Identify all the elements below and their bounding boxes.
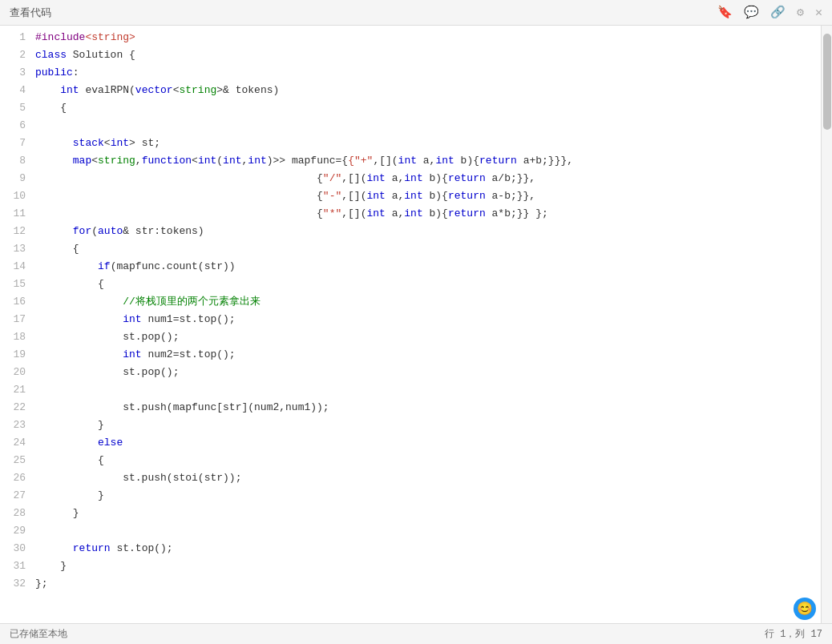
chat-icon[interactable]: 💬 xyxy=(744,5,759,20)
top-bar-title: 查看代码 xyxy=(10,6,51,20)
line-number: 8 xyxy=(0,152,26,170)
status-bar: 已存储至本地 行 1，列 17 xyxy=(0,623,832,644)
line-number: 12 xyxy=(0,223,26,240)
line-number: 1 xyxy=(0,29,26,46)
scrollbar[interactable] xyxy=(821,26,832,623)
code-line: return st.top(); xyxy=(35,540,821,557)
code-line: } xyxy=(35,557,821,575)
line-number: 19 xyxy=(0,346,26,364)
line-number: 30 xyxy=(0,540,26,557)
code-line: } xyxy=(35,505,821,522)
code-line: int evalRPN(vector<string>& tokens) xyxy=(35,82,821,99)
line-number: 25 xyxy=(0,452,26,469)
bookmark-icon[interactable]: 🔖 xyxy=(717,5,733,20)
line-numbers: 1234567891011121314151617181920212223242… xyxy=(0,26,32,623)
status-right: 行 1，列 17 xyxy=(765,627,822,641)
code-line: st.push(mapfunc[str](num2,num1)); xyxy=(35,399,821,417)
code-line: int num2=st.top(); xyxy=(35,346,821,364)
code-line: } xyxy=(35,417,821,434)
line-number: 14 xyxy=(0,258,26,276)
line-number: 5 xyxy=(0,99,26,117)
code-line: else xyxy=(35,434,821,452)
line-number: 10 xyxy=(0,187,26,205)
line-number: 18 xyxy=(0,328,26,346)
code-line xyxy=(35,381,821,399)
emoji-button[interactable]: 😊 xyxy=(794,598,816,620)
line-number: 29 xyxy=(0,522,26,540)
line-number: 20 xyxy=(0,364,26,381)
status-saved: 已存储至本地 xyxy=(10,627,67,641)
line-number: 4 xyxy=(0,82,26,99)
line-number: 3 xyxy=(0,64,26,82)
top-bar: 查看代码 🔖 💬 🔗 ⚙ ✕ xyxy=(0,0,832,26)
code-line: //将栈顶里的两个元素拿出来 xyxy=(35,293,821,311)
code-line: st.push(stoi(str)); xyxy=(35,469,821,487)
code-line: } xyxy=(35,487,821,505)
code-line: {"*",[](int a,int b){return a*b;}} }; xyxy=(35,205,821,223)
line-number: 27 xyxy=(0,487,26,505)
line-number: 16 xyxy=(0,293,26,311)
line-number: 17 xyxy=(0,311,26,328)
code-line: stack<int> st; xyxy=(35,135,821,152)
code-line: { xyxy=(35,276,821,293)
line-number: 23 xyxy=(0,417,26,434)
cursor-position: 行 1，列 17 xyxy=(765,627,822,641)
line-number: 7 xyxy=(0,135,26,152)
line-number: 15 xyxy=(0,276,26,293)
line-number: 24 xyxy=(0,434,26,452)
editor-container: 1234567891011121314151617181920212223242… xyxy=(0,26,832,623)
line-number: 9 xyxy=(0,170,26,187)
line-number: 2 xyxy=(0,46,26,64)
line-number: 22 xyxy=(0,399,26,417)
code-line: {"/",[](int a,int b){return a/b;}}, xyxy=(35,170,821,187)
code-line: { xyxy=(35,99,821,117)
top-bar-left: 查看代码 xyxy=(10,6,51,20)
code-line: st.pop(); xyxy=(35,328,821,346)
code-line: map<string,function<int(int,int)>> mapfu… xyxy=(35,152,821,170)
line-number: 31 xyxy=(0,557,26,575)
code-area[interactable]: #include<string>class Solution {public: … xyxy=(32,26,821,623)
code-line: { xyxy=(35,240,821,258)
scrollbar-thumb[interactable] xyxy=(823,34,831,130)
code-line: st.pop(); xyxy=(35,364,821,381)
line-number: 28 xyxy=(0,505,26,522)
close-icon[interactable]: ✕ xyxy=(815,5,822,20)
line-number: 32 xyxy=(0,575,26,593)
code-line: if(mapfunc.count(str)) xyxy=(35,258,821,276)
code-line: {"-",[](int a,int b){return a-b;}}, xyxy=(35,187,821,205)
code-line: public: xyxy=(35,64,821,82)
code-line: class Solution { xyxy=(35,46,821,64)
code-line: #include<string> xyxy=(35,29,821,46)
code-line: { xyxy=(35,452,821,469)
settings-icon[interactable]: ⚙ xyxy=(797,5,804,20)
top-bar-icons: 🔖 💬 🔗 ⚙ ✕ xyxy=(717,5,822,20)
line-number: 21 xyxy=(0,381,26,399)
line-number: 11 xyxy=(0,205,26,223)
code-line: }; xyxy=(35,575,821,593)
line-number: 6 xyxy=(0,117,26,135)
line-number: 13 xyxy=(0,240,26,258)
code-line: for(auto& str:tokens) xyxy=(35,223,821,240)
code-line: int num1=st.top(); xyxy=(35,311,821,328)
code-line xyxy=(35,117,821,135)
line-number: 26 xyxy=(0,469,26,487)
share-icon[interactable]: 🔗 xyxy=(770,5,786,20)
code-line xyxy=(35,522,821,540)
